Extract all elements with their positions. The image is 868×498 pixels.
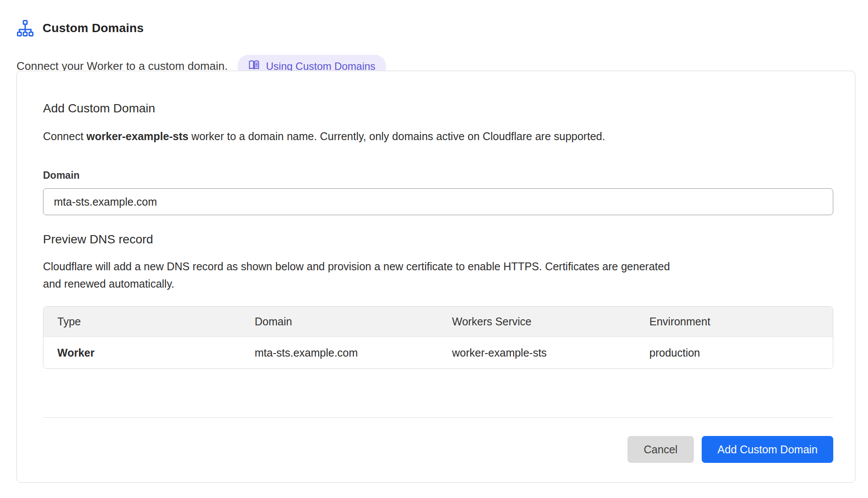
footer-divider (43, 417, 833, 418)
footer-actions: Cancel Add Custom Domain (43, 436, 833, 463)
add-custom-domain-card: Add Custom Domain Connect worker-example… (17, 71, 855, 483)
table-header-environment: Environment (636, 315, 833, 328)
preview-dns-heading: Preview DNS record (43, 233, 833, 246)
page-header: Custom Domains Connect your Worker to a … (17, 13, 386, 78)
add-custom-domain-button[interactable]: Add Custom Domain (702, 436, 833, 463)
preview-dns-description: Cloudflare will add a new DNS record as … (43, 258, 677, 292)
title-row: Custom Domains (17, 13, 386, 43)
cell-environment: production (636, 347, 833, 359)
cell-workers-service: worker-example-sts (438, 347, 636, 359)
description-prefix: Connect (43, 130, 86, 142)
domain-field-label: Domain (43, 170, 833, 181)
dialog-description: Connect worker-example-sts worker to a d… (43, 130, 833, 143)
domain-input[interactable] (43, 188, 833, 215)
table-header-domain: Domain (241, 315, 439, 328)
description-suffix: worker to a domain name. Currently, only… (188, 130, 605, 142)
cell-domain: mta-sts.example.com (241, 347, 439, 359)
dns-preview-table: Type Domain Workers Service Environment … (43, 306, 833, 369)
cancel-button[interactable]: Cancel (627, 436, 694, 463)
table-header-row: Type Domain Workers Service Environment (43, 307, 833, 337)
cell-type: Worker (43, 347, 241, 359)
page-title: Custom Domains (43, 21, 144, 35)
table-header-type: Type (43, 315, 241, 328)
dialog-heading: Add Custom Domain (43, 102, 833, 115)
sitemap-icon (17, 20, 34, 37)
worker-name: worker-example-sts (86, 130, 188, 142)
table-row: Worker mta-sts.example.com worker-exampl… (43, 337, 833, 368)
table-header-workers-service: Workers Service (438, 315, 636, 328)
